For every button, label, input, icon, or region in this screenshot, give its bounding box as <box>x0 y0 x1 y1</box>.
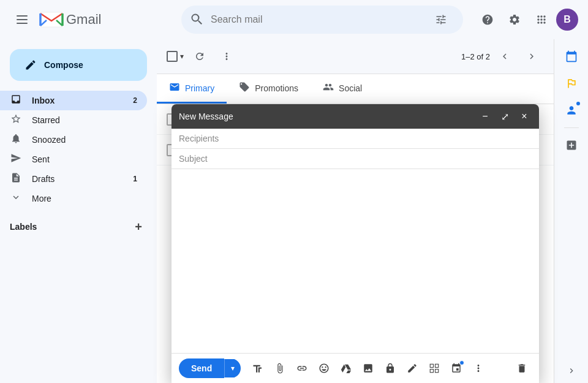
sent-icon <box>10 153 22 167</box>
svg-rect-9 <box>435 370 439 373</box>
more-sending-options-button[interactable] <box>424 358 444 378</box>
topbar-left: Gmail <box>10 7 169 32</box>
menu-button[interactable] <box>10 7 34 32</box>
sidebar-item-inbox[interactable]: Inbox 2 <box>0 91 147 110</box>
attach-button[interactable] <box>270 358 290 378</box>
more-icon <box>10 192 22 206</box>
labels-header: Labels + <box>10 213 147 240</box>
labels-title: Labels <box>10 222 37 232</box>
compose-window: New Message − ⤢ × Send ▾ <box>172 104 539 383</box>
search-filter-button[interactable] <box>429 7 453 32</box>
drafts-badge: 1 <box>133 175 137 183</box>
insert-emoji-button[interactable] <box>314 358 334 378</box>
compose-body[interactable] <box>172 169 539 353</box>
svg-rect-2 <box>17 23 28 24</box>
contacts-app-button[interactable] <box>559 98 584 123</box>
select-dropdown-button[interactable]: ▾ <box>179 51 185 62</box>
starred-icon <box>10 113 22 127</box>
help-button[interactable] <box>475 7 500 32</box>
search-bar[interactable] <box>181 6 463 34</box>
send-dropdown-button[interactable]: ▾ <box>224 359 241 377</box>
compose-minimize-button[interactable]: − <box>478 109 492 124</box>
add-app-button[interactable] <box>559 133 584 157</box>
sidebar-item-more[interactable]: More <box>0 189 147 208</box>
compose-footer: Send ▾ <box>172 353 539 383</box>
sidebar-label-starred: Starred <box>32 115 60 125</box>
inbox-badge: 2 <box>133 96 137 105</box>
insert-link-button[interactable] <box>292 358 312 378</box>
page-nav <box>492 44 544 69</box>
sidebar-item-starred[interactable]: Starred <box>0 110 147 130</box>
tab-primary[interactable]: Primary <box>157 74 227 104</box>
apps-button[interactable] <box>529 7 554 32</box>
more-options-button[interactable] <box>214 44 239 69</box>
topbar: Gmail B <box>0 0 588 39</box>
subject-field[interactable] <box>172 149 539 169</box>
settings-button[interactable] <box>502 7 527 32</box>
avatar[interactable]: B <box>556 9 578 31</box>
formatting-button[interactable] <box>248 358 268 378</box>
compose-button[interactable]: Compose <box>10 49 147 81</box>
tab-primary-label: Primary <box>185 83 214 93</box>
schedule-send-button[interactable] <box>447 358 466 378</box>
tasks-app-button[interactable] <box>559 71 584 96</box>
sidebar-label-more: More <box>32 194 51 203</box>
tab-social[interactable]: Social <box>311 74 374 104</box>
right-divider <box>564 127 579 128</box>
inbox-icon <box>10 94 22 108</box>
tab-promotions-label: Promotions <box>255 83 298 93</box>
tabs: Primary Promotions Social <box>157 74 554 104</box>
labels-add-button[interactable]: + <box>130 218 147 235</box>
schedule-badge-dot <box>459 360 464 365</box>
sidebar-item-drafts[interactable]: Drafts 1 <box>0 169 147 189</box>
send-button[interactable]: Send <box>179 358 224 378</box>
gmail-logo: Gmail <box>39 11 101 28</box>
send-button-group: Send ▾ <box>179 358 241 378</box>
right-sidebar <box>554 39 588 383</box>
sidebar-label-drafts: Drafts <box>32 174 55 184</box>
promotions-tab-icon <box>239 82 250 94</box>
tab-promotions[interactable]: Promotions <box>227 74 311 104</box>
svg-rect-7 <box>435 364 439 367</box>
more-footer-button[interactable] <box>469 358 488 378</box>
compose-maximize-button[interactable]: ⤢ <box>497 109 512 124</box>
search-icon <box>191 13 203 26</box>
insert-signature-button[interactable] <box>402 358 422 378</box>
sidebar-label-inbox: Inbox <box>32 96 55 105</box>
sidebar-item-sent[interactable]: Sent <box>0 150 147 169</box>
tab-social-label: Social <box>339 83 362 93</box>
compose-close-button[interactable]: × <box>517 109 532 124</box>
select-all-area[interactable]: ▾ <box>167 51 185 62</box>
next-page-button[interactable] <box>519 44 544 69</box>
svg-rect-8 <box>430 370 433 373</box>
refresh-button[interactable] <box>187 44 212 69</box>
right-panel-expand-button[interactable] <box>564 363 579 378</box>
discard-draft-button[interactable] <box>512 358 532 378</box>
prev-page-button[interactable] <box>492 44 517 69</box>
drafts-icon <box>10 172 22 186</box>
insert-drive-button[interactable] <box>336 358 356 378</box>
svg-rect-6 <box>430 364 433 367</box>
recipients-field[interactable] <box>172 129 539 149</box>
page-info: 1–2 of 2 <box>461 52 490 61</box>
svg-rect-3 <box>40 12 62 27</box>
gmail-logo-text: Gmail <box>66 12 101 28</box>
compose-header[interactable]: New Message − ⤢ × <box>172 104 539 129</box>
sidebar-item-snoozed[interactable]: Snoozed <box>0 130 147 150</box>
calendar-app-button[interactable] <box>559 44 584 69</box>
confidential-mode-button[interactable] <box>380 358 400 378</box>
snoozed-icon <box>10 133 22 147</box>
social-tab-icon <box>323 82 334 94</box>
svg-rect-1 <box>17 19 28 20</box>
insert-photo-button[interactable] <box>358 358 378 378</box>
sidebar-label-sent: Sent <box>32 154 50 164</box>
toolbar: ▾ 1–2 of 2 <box>157 39 554 74</box>
search-input[interactable] <box>211 14 421 25</box>
sidebar-label-snoozed: Snoozed <box>32 135 66 145</box>
labels-section: Labels + <box>0 208 157 245</box>
select-all-checkbox[interactable] <box>167 51 178 62</box>
svg-rect-0 <box>17 15 28 17</box>
compose-title: New Message <box>179 112 478 121</box>
sidebar: Compose Inbox 2 Starred <box>0 39 157 383</box>
compose-label: Compose <box>44 60 83 70</box>
